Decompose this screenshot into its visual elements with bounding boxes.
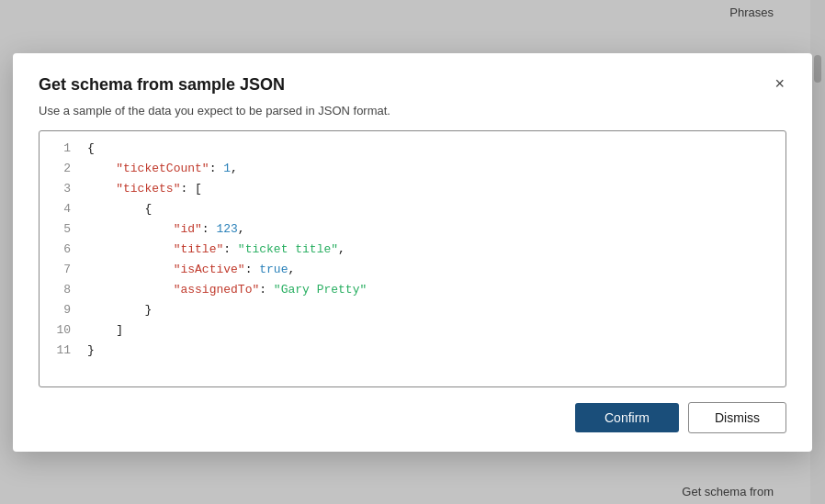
line-content: "title": "ticket title", (87, 240, 345, 260)
json-value: true (259, 263, 288, 276)
json-value: "Gary Pretty" (274, 283, 367, 297)
code-line: 11} (40, 341, 785, 361)
json-key: "isActive" (174, 263, 245, 276)
code-area[interactable]: 1{2 "ticketCount": 1,3 "tickets": [4 {5 … (39, 130, 786, 387)
line-content: "assignedTo": "Gary Pretty" (87, 280, 367, 300)
line-number: 2 (51, 159, 71, 179)
modal-header: Get schema from sample JSON × (39, 75, 786, 95)
line-number: 9 (51, 300, 71, 320)
line-content: "ticketCount": 1, (87, 159, 238, 179)
code-line: 2 "ticketCount": 1, (40, 159, 785, 179)
line-content: ] (87, 320, 123, 341)
code-line: 9 } (40, 300, 785, 320)
code-line: 7 "isActive": true, (40, 260, 785, 280)
line-number: 8 (51, 280, 71, 300)
line-number: 11 (51, 341, 71, 361)
dismiss-button[interactable]: Dismiss (688, 402, 786, 433)
modal-overlay: Get schema from sample JSON × Use a samp… (0, 0, 825, 504)
json-value: 123 (216, 222, 237, 236)
line-content: "isActive": true, (87, 260, 295, 280)
line-number: 6 (51, 240, 71, 260)
modal-title: Get schema from sample JSON (39, 75, 285, 95)
code-line: 1{ (40, 139, 785, 159)
json-key: "tickets" (116, 182, 180, 196)
line-number: 1 (51, 139, 71, 159)
line-number: 10 (51, 320, 71, 341)
code-line: 8 "assignedTo": "Gary Pretty" (40, 280, 785, 300)
code-line: 6 "title": "ticket title", (40, 240, 785, 260)
code-line: 4 { (40, 199, 785, 219)
json-value: 1 (223, 162, 231, 175)
modal-subtitle: Use a sample of the data you expect to b… (39, 104, 786, 118)
confirm-button[interactable]: Confirm (575, 403, 679, 432)
json-value: [ (195, 182, 202, 196)
line-content: } (87, 300, 152, 320)
line-number: 7 (51, 260, 71, 280)
line-number: 4 (51, 199, 71, 219)
code-line: 5 "id": 123, (40, 219, 785, 240)
json-key: "id" (174, 222, 202, 236)
close-button[interactable]: × (773, 75, 786, 92)
line-number: 3 (51, 179, 71, 199)
json-key: "ticketCount" (116, 162, 209, 175)
json-key: "title" (174, 242, 224, 256)
json-value: "ticket title" (238, 242, 338, 256)
code-line: 3 "tickets": [ (40, 179, 785, 199)
line-content: "tickets": [ (87, 179, 202, 199)
code-line: 10 ] (40, 320, 785, 341)
line-content: { (87, 139, 95, 159)
line-content: } (87, 341, 95, 361)
json-key: "assignedTo" (174, 283, 260, 297)
line-content: { (87, 199, 152, 219)
modal-footer: Confirm Dismiss (39, 402, 786, 433)
line-number: 5 (51, 219, 71, 240)
line-content: "id": 123, (87, 219, 245, 240)
modal: Get schema from sample JSON × Use a samp… (13, 53, 812, 452)
